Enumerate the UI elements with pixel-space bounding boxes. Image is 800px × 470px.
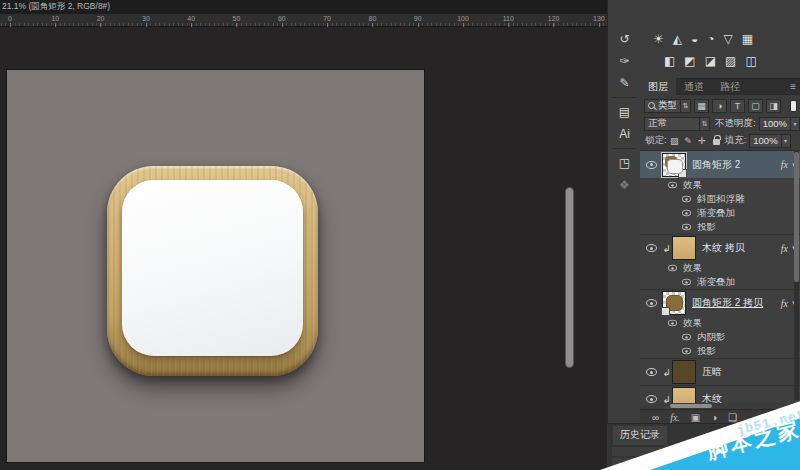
visibility-toggle[interactable]: [640, 161, 662, 169]
visibility-toggle[interactable]: [640, 368, 662, 376]
notes-panel-icon[interactable]: ▤: [608, 101, 641, 123]
canvas-document[interactable]: [7, 70, 424, 462]
visibility-toggle[interactable]: [640, 244, 662, 252]
ruler-mark: 60: [278, 15, 286, 22]
fill-field[interactable]: 100% ▾: [749, 134, 790, 148]
ruler-mark: 70: [323, 15, 331, 22]
link-layers-icon[interactable]: ∞: [652, 412, 659, 423]
adjustments-icon-row-1: ☀◭◒◔▽▦: [640, 31, 800, 47]
visibility-toggle[interactable]: [678, 347, 694, 355]
tab-channels[interactable]: 通道: [676, 78, 712, 95]
adjustment-preset-icon[interactable]: ◒: [691, 33, 698, 45]
adjustment-layer-icon[interactable]: ◑: [711, 412, 717, 423]
history-entry[interactable]: [612, 458, 730, 467]
layer-effect-row[interactable]: 效果: [640, 178, 800, 192]
layer-effect-row[interactable]: 内阴影: [640, 330, 800, 344]
adjustments-icon-row-2: ◧◩◪▨◫: [640, 53, 800, 69]
fx-badge[interactable]: fx: [781, 298, 788, 309]
visibility-toggle[interactable]: [678, 195, 694, 203]
layers-scrollbar[interactable]: [794, 150, 799, 400]
layer-thumbnail: [672, 236, 696, 260]
history-brush-panel-icon[interactable]: ↺: [608, 28, 641, 50]
tab-paths[interactable]: 路径: [712, 78, 748, 95]
vector-mask-badge: [678, 169, 687, 178]
effect-name: 渐变叠加: [697, 207, 735, 220]
layer-row[interactable]: ↲木纹 拷贝fx▾: [640, 234, 800, 261]
adjustment-preset-icon[interactable]: ◧: [664, 55, 675, 67]
visibility-toggle[interactable]: [678, 278, 694, 286]
filter-toggle-switch[interactable]: [790, 100, 797, 112]
visibility-toggle[interactable]: [640, 395, 662, 403]
panel-menu-icon[interactable]: ≡: [790, 81, 800, 92]
filter-kind-icon[interactable]: T: [730, 99, 745, 113]
layer-effect-row[interactable]: 投影: [640, 220, 800, 234]
layer-effect-row[interactable]: 投影: [640, 344, 800, 358]
canvas-vertical-scrollbar[interactable]: [565, 187, 574, 368]
filter-kind-icon[interactable]: ▦: [694, 99, 709, 113]
visibility-toggle[interactable]: [664, 181, 680, 189]
blend-mode-select[interactable]: 正常 ⇅: [644, 117, 710, 131]
layer-row[interactable]: ↲压暗: [640, 358, 800, 385]
tab-layers[interactable]: 图层: [640, 78, 676, 95]
layers-horizontal-scrollbar[interactable]: [670, 404, 712, 408]
layer-name: 木纹: [702, 392, 722, 403]
new-group-icon[interactable]: ❏: [728, 412, 737, 423]
history-entry[interactable]: [612, 447, 730, 456]
layer-effect-row[interactable]: 渐变叠加: [640, 206, 800, 220]
opacity-field[interactable]: 100% ▾: [759, 117, 800, 131]
layer-effect-row[interactable]: 效果: [640, 261, 800, 275]
eye-icon: [682, 348, 691, 354]
effect-name: 斜面和浮雕: [697, 193, 745, 206]
brush-panel-icon[interactable]: ✑: [608, 50, 641, 72]
vector-mask-badge: [661, 307, 670, 316]
layer-style-icon[interactable]: fx.: [670, 412, 680, 423]
ai-panel-icon[interactable]: Ai: [608, 123, 641, 145]
fx-badge[interactable]: fx: [781, 243, 788, 254]
3d-panel-icon[interactable]: ◳: [608, 152, 641, 174]
adjustment-preset-icon[interactable]: ▽: [724, 33, 733, 45]
lock-all-icon[interactable]: [713, 139, 720, 145]
lock-paint-icon[interactable]: ✎: [682, 136, 695, 146]
visibility-toggle[interactable]: [678, 223, 694, 231]
adjustment-preset-icon[interactable]: ◭: [673, 33, 682, 45]
visibility-toggle[interactable]: [664, 319, 680, 327]
filter-kind-icon[interactable]: ◨: [766, 99, 781, 113]
fill-value: 100%: [750, 135, 780, 146]
effect-name: 效果: [683, 179, 702, 192]
visibility-toggle[interactable]: [678, 333, 694, 341]
eye-icon: [668, 182, 677, 188]
effect-name: 效果: [683, 262, 702, 275]
filter-kind-icon[interactable]: ◑: [712, 99, 727, 113]
visibility-toggle[interactable]: [664, 264, 680, 272]
right-panel: ☀◭◒◔▽▦ ◧◩◪▨◫ 图层 通道 路径 ≡ 类型 ⇅ ▦◑T▢◨ 正常 ⇅ …: [640, 0, 800, 470]
adjustment-preset-icon[interactable]: ◔: [707, 33, 714, 45]
visibility-toggle[interactable]: [678, 209, 694, 217]
adjustment-preset-icon[interactable]: ◪: [705, 55, 716, 67]
adjustment-preset-icon[interactable]: ▨: [725, 55, 736, 67]
eye-icon: [646, 299, 657, 307]
layer-row[interactable]: 圆角矩形 2 拷贝fx▾: [640, 289, 800, 316]
document-tab[interactable]: 21.1% (圆角矩形 2, RGB/8#): [2, 1, 110, 13]
layer-effect-row[interactable]: 效果: [640, 316, 800, 330]
panel-dock: ↺✑✎▤Ai◳❖: [607, 0, 640, 470]
layer-effect-row[interactable]: 斜面和浮雕: [640, 192, 800, 206]
lock-position-icon[interactable]: ✛: [696, 136, 709, 146]
fx-badge[interactable]: fx: [781, 159, 788, 170]
adjustment-preset-icon[interactable]: ☀: [653, 33, 664, 45]
ruler-mark: 130: [593, 15, 605, 22]
visibility-toggle[interactable]: [640, 299, 662, 307]
adjustment-preset-icon[interactable]: ◫: [745, 55, 756, 67]
adjustment-preset-icon[interactable]: ◩: [684, 55, 695, 67]
clone-source-panel-icon[interactable]: ✎: [608, 72, 641, 94]
ruler-mark: 50: [233, 15, 241, 22]
adjustment-preset-icon[interactable]: ▦: [742, 33, 753, 45]
filter-kind-icon[interactable]: ▢: [748, 99, 763, 113]
layer-row[interactable]: 圆角矩形 2fx▾: [640, 151, 800, 178]
layer-row[interactable]: ↲木纹: [640, 385, 800, 403]
filter-type-select[interactable]: 类型 ⇅: [644, 99, 691, 113]
layer-effect-row[interactable]: 渐变叠加: [640, 275, 800, 289]
styles-panel-icon[interactable]: ❖: [608, 174, 641, 196]
layer-mask-icon[interactable]: ▣: [691, 412, 700, 423]
lock-transparency-icon[interactable]: ▨: [668, 136, 681, 146]
tab-history[interactable]: 历史记录: [613, 426, 667, 445]
